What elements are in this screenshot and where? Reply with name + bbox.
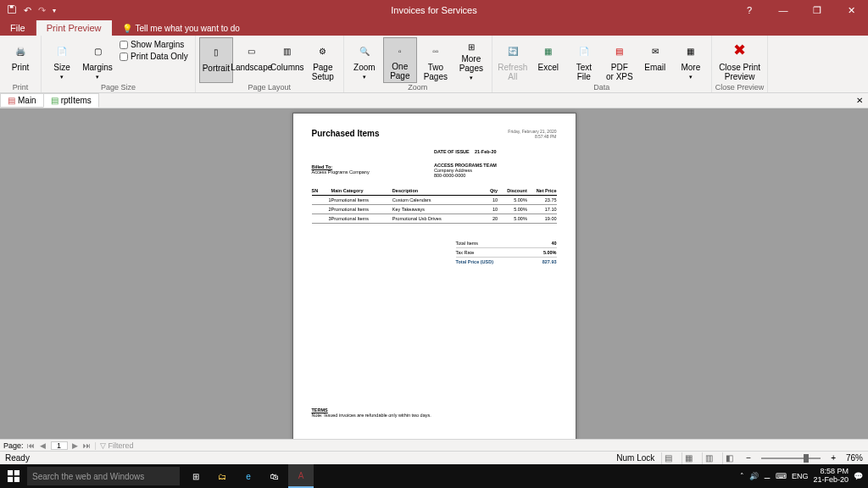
tab-file[interactable]: File — [0, 20, 36, 36]
restore-button[interactable]: ❐ — [800, 0, 834, 20]
close-tab-button[interactable]: ✕ — [851, 96, 868, 105]
text-file-button[interactable]: 📄Text File — [567, 37, 601, 83]
status-ready: Ready — [5, 453, 30, 463]
notifications-icon[interactable]: 💬 — [854, 472, 863, 480]
task-view-button[interactable]: ⊞ — [183, 464, 209, 488]
page-size-icon: 📄 — [52, 41, 72, 61]
taskbar-apps: ⊞ 🗂 e 🛍 A — [180, 464, 317, 488]
nav-page-input[interactable] — [51, 441, 68, 450]
one-page-button[interactable]: ▫One Page — [383, 37, 417, 83]
landscape-icon: ▭ — [242, 41, 262, 61]
record-navigator: Page: ⏮ ◀ ▶ ⏭ | ▽ Filtered — [0, 439, 868, 451]
nav-first-button[interactable]: ⏮ — [27, 441, 36, 450]
zoom-in-button[interactable]: + — [827, 453, 839, 463]
system-tray: ˄ 🔊 ⚊ ⌨ ENG 8:58 PM 21-Feb-20 💬 — [735, 468, 868, 485]
keyboard-icon[interactable]: ⌨ — [776, 472, 787, 480]
quick-access-toolbar: ↶ ↷ ▾ — [0, 0, 63, 20]
table-row: 3Promotional ItemsPromotional Usb Drives… — [312, 214, 557, 224]
report-footer: TERMS Note: Issued invoices are refundab… — [312, 408, 557, 439]
portrait-button[interactable]: ▯Portrait — [199, 37, 233, 83]
edge-icon[interactable]: e — [236, 464, 261, 488]
close-print-preview-button[interactable]: ✖Close Print Preview — [723, 37, 757, 83]
title-bar: ↶ ↷ ▾ Invoices for Services ? — ❐ ✕ — [0, 0, 868, 20]
qat-dropdown-icon[interactable]: ▾ — [53, 7, 56, 14]
tell-me-search[interactable]: Tell me what you want to do — [112, 21, 250, 36]
window-controls: ? — ❐ ✕ — [732, 0, 868, 20]
from-phone: 800-0000-0000 — [434, 173, 557, 178]
two-pages-button[interactable]: ▫▫Two Pages — [419, 37, 453, 83]
undo-icon[interactable]: ↶ — [24, 5, 31, 16]
margins-icon: ▢ — [87, 41, 108, 61]
excel-button[interactable]: ▦Excel — [531, 37, 565, 83]
status-bar: Ready Num Lock ▤ ▦ ▥ ◧ − + 76% — [0, 451, 868, 464]
close-preview-icon: ✖ — [730, 41, 750, 61]
ribbon: 🖨️Print Print 📄Size▾ ▢Margins▾ Show Marg… — [0, 36, 868, 93]
volume-icon[interactable]: 🔊 — [749, 472, 759, 480]
tray-chevron-icon[interactable]: ˄ — [740, 472, 744, 480]
show-margins-checkbox[interactable]: Show Margins — [116, 39, 192, 50]
page-setup-button[interactable]: ⚙Page Setup — [306, 37, 340, 83]
refresh-icon: 🔄 — [503, 41, 523, 61]
view-layout-button[interactable]: ▥ — [702, 452, 715, 464]
more-pages-button[interactable]: ⊞More Pages▾ — [454, 37, 488, 83]
redo-icon[interactable]: ↷ — [38, 5, 46, 16]
report-icon: ▤ — [51, 96, 58, 105]
filtered-indicator: ▽ Filtered — [100, 441, 134, 450]
view-print-button[interactable]: ▦ — [682, 452, 695, 464]
ribbon-group-page-size: 📄Size▾ ▢Margins▾ Show Margins Print Data… — [42, 36, 196, 92]
landscape-button[interactable]: ▭Landscape — [235, 37, 269, 83]
refresh-all-button[interactable]: 🔄Refresh All — [496, 37, 530, 83]
view-report-button[interactable]: ▤ — [661, 452, 675, 464]
minimize-button[interactable]: — — [766, 0, 800, 20]
taskbar-clock[interactable]: 8:58 PM 21-Feb-20 — [813, 468, 849, 485]
columns-icon: ▥ — [277, 41, 298, 61]
network-icon[interactable]: ⚊ — [764, 472, 771, 480]
report-timestamp: Friday, February 21, 2020 8:57:48 PM — [508, 129, 556, 139]
size-button[interactable]: 📄Size▾ — [45, 37, 79, 83]
two-pages-icon: ▫▫ — [426, 41, 446, 61]
report-title: Purchased Items — [312, 129, 380, 138]
items-table: SN Main Category Description Qty Discoun… — [312, 186, 557, 224]
view-design-button[interactable]: ◧ — [722, 452, 736, 464]
zoom-button[interactable]: 🔍Zoom▾ — [348, 37, 381, 83]
document-tabs: ▤Main ▤rptItems ✕ — [0, 93, 868, 108]
nav-prev-button[interactable]: ◀ — [39, 441, 47, 450]
taskbar-search[interactable]: Search the web and Windows — [27, 467, 180, 485]
access-icon[interactable]: A — [288, 464, 314, 488]
zoom-level[interactable]: 76% — [846, 453, 863, 463]
report-page: Purchased Items Friday, February 21, 202… — [292, 113, 576, 439]
email-button[interactable]: ✉Email — [638, 37, 672, 83]
svg-rect-1 — [8, 470, 13, 475]
excel-icon: ▦ — [538, 41, 559, 61]
print-button[interactable]: 🖨️Print — [3, 37, 37, 83]
zoom-out-button[interactable]: − — [743, 453, 754, 463]
svg-rect-2 — [14, 470, 19, 475]
summary-block: Total Items40 Tax Rate5.00% Total Price … — [456, 239, 557, 266]
doc-tab-rptitems[interactable]: ▤rptItems — [43, 93, 99, 108]
numlock-indicator: Num Lock — [616, 453, 654, 463]
more-pages-icon: ⊞ — [461, 41, 481, 53]
language-indicator[interactable]: ENG — [792, 472, 809, 480]
table-row: 1Promotional ItemsCustom Calendars105.00… — [312, 196, 557, 205]
file-explorer-icon[interactable]: 🗂 — [209, 464, 235, 488]
tab-print-preview[interactable]: Print Preview — [36, 20, 112, 36]
margins-button[interactable]: ▢Margins▾ — [81, 37, 114, 83]
pdf-xps-button[interactable]: ▤PDF or XPS — [603, 37, 637, 83]
print-preview-area[interactable]: Purchased Items Friday, February 21, 202… — [0, 108, 868, 439]
more-button[interactable]: ▦More▾ — [674, 37, 708, 83]
store-icon[interactable]: 🛍 — [262, 464, 287, 488]
save-icon[interactable] — [7, 4, 17, 16]
email-icon: ✉ — [645, 41, 665, 61]
ribbon-tabs: File Print Preview Tell me what you want… — [0, 20, 868, 36]
nav-last-button[interactable]: ⏭ — [83, 441, 92, 450]
columns-button[interactable]: ▥Columns — [270, 37, 304, 83]
print-data-only-checkbox[interactable]: Print Data Only — [116, 51, 192, 62]
page-setup-icon: ⚙ — [313, 41, 333, 61]
nav-next-button[interactable]: ▶ — [71, 441, 80, 450]
doc-tab-main[interactable]: ▤Main — [0, 93, 44, 108]
help-button[interactable]: ? — [732, 0, 766, 20]
start-button[interactable] — [0, 464, 27, 488]
zoom-slider[interactable] — [761, 458, 821, 459]
close-button[interactable]: ✕ — [834, 0, 868, 20]
ribbon-group-print: 🖨️Print Print — [0, 36, 42, 92]
